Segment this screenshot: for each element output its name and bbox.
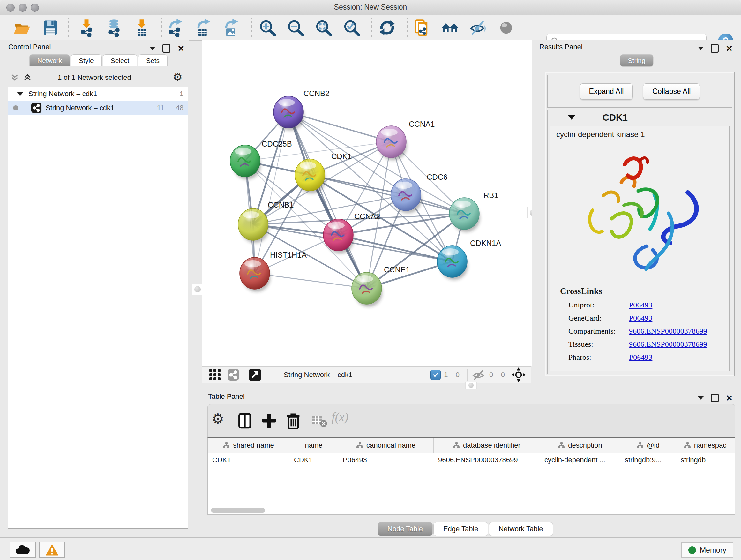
network-canvas[interactable]: CCNB2CCNA1CDC25BCDK1CDC6RB1CCNB1CCNA2CDK… [202,40,532,366]
table-horizontal-scrollbar[interactable] [211,508,265,513]
warnings-button[interactable] [39,542,65,558]
import-table-button[interactable] [133,19,151,37]
home-networks-button[interactable] [441,19,459,37]
detach-view-icon[interactable] [249,368,261,381]
network-view-share-icon[interactable] [227,369,239,381]
zoom-selected-button[interactable] [343,19,360,37]
network-edge-CCNB2-CCNE1[interactable] [288,112,367,288]
tab-style[interactable]: Style [71,54,102,66]
bird-view-crosshair-icon[interactable] [511,368,526,382]
column-header-database-identifier[interactable]: database identifier [434,438,540,453]
tab-edge-table[interactable]: Edge Table [433,522,488,536]
hidden-elements-eye-icon[interactable] [472,369,486,381]
crosslink-link[interactable]: P06493 [629,314,652,322]
table-panel-maximize-icon[interactable] [711,394,719,402]
network-node-CDK1[interactable] [295,159,326,193]
network-edge-CCNB2-HIST1H1A[interactable] [255,112,288,273]
selected-indicator-checkbox[interactable] [430,370,441,380]
level-of-detail-button[interactable] [497,19,515,37]
network-collection-row[interactable]: String Network – cdk1 1 [8,87,188,101]
network-node-CCNB2[interactable] [273,96,304,131]
zoom-out-button[interactable] [286,19,305,37]
crosslink-link[interactable]: 9606.ENSP00000378699 [629,327,707,335]
tab-network-table[interactable]: Network Table [489,522,553,536]
network-node-CCNE1[interactable] [352,272,382,307]
results-panel-maximize-icon[interactable] [711,44,719,53]
table-row[interactable]: CDK1CDK1P064939606.ENSP00000378699cyclin… [208,453,735,467]
collapse-all-button[interactable]: Collapse All [643,83,700,100]
tab-node-table[interactable]: Node Table [378,522,433,536]
expand-all-button[interactable]: Expand All [580,83,633,100]
export-table-button[interactable] [194,19,212,37]
tab-string-results[interactable]: String [620,54,654,67]
import-network-button[interactable] [77,19,95,37]
show-columns-icon[interactable] [236,412,254,430]
network-node-CCNA1[interactable] [376,126,407,160]
delete-table-icon[interactable] [311,412,328,430]
table-cell[interactable]: stringdb:9... [620,453,676,467]
grid-view-icon[interactable] [209,368,221,381]
memory-button[interactable]: Memory [681,543,733,558]
network-node-RB1[interactable] [449,198,480,232]
tab-sets[interactable]: Sets [138,54,167,66]
table-cell[interactable]: stringdb [676,453,734,467]
table-cell[interactable]: 9606.ENSP00000378699 [434,453,540,467]
function-builder-icon[interactable]: f(x) [332,410,348,428]
network-node-CDKN1A[interactable] [437,246,468,280]
control-panel-float-icon[interactable] [150,47,155,50]
network-node-HIST1H1A[interactable] [240,257,270,292]
table-panel-float-icon[interactable] [698,396,704,400]
zoom-in-button[interactable] [259,19,276,37]
export-network-button[interactable] [166,19,184,37]
tab-network[interactable]: Network [29,54,70,66]
table-settings-gear-icon[interactable]: ⚙ [212,412,229,430]
control-panel-maximize-icon[interactable] [162,44,171,53]
crosslink-label: Pharos: [568,353,629,362]
table-cell[interactable]: P06493 [338,453,434,467]
section-expander-icon[interactable] [568,115,575,120]
delete-column-trash-icon[interactable] [284,412,302,430]
column-header-namespac[interactable]: namespac [676,438,734,453]
network-edge-CCNA2-CDKN1A[interactable] [338,235,452,261]
open-session-button[interactable] [13,19,30,37]
column-header-shared-name[interactable]: shared name [208,438,289,453]
crosslink-link[interactable]: P06493 [629,353,652,362]
gene-section-header[interactable]: CDK1 [548,110,732,125]
table-cell[interactable]: cyclin-dependent ... [540,453,620,467]
cloud-status-button[interactable] [10,542,36,558]
control-panel-close-icon[interactable]: ✕ [178,44,185,53]
collection-expander-icon[interactable] [17,92,23,96]
refresh-button[interactable] [378,19,396,37]
export-image-button[interactable] [222,19,240,37]
add-column-icon[interactable] [260,412,278,430]
column-header-name[interactable]: name [289,438,338,453]
column-header-canonical-name[interactable]: canonical name [338,438,434,453]
vertical-splitter-handle[interactable] [192,284,203,295]
tab-select[interactable]: Select [103,54,137,66]
import-network-from-database-button[interactable] [105,19,123,37]
horizontal-splitter-handle[interactable] [465,381,477,389]
window-title: Session: New Session [0,3,741,11]
window-titlebar: Session: New Session [0,0,741,15]
network-node-CCNA2[interactable] [323,219,354,253]
results-panel-float-icon[interactable] [698,47,704,50]
network-node-CDC25B[interactable] [230,145,261,179]
string-document-button[interactable] [413,19,431,37]
table-panel-close-icon[interactable]: ✕ [726,394,733,402]
network-node-CDC6[interactable] [391,179,421,213]
control-panel: Control Panel ✕ Network Style Select Set… [0,40,189,537]
results-panel-close-icon[interactable]: ✕ [726,44,733,53]
hide-graphics-details-button[interactable] [469,19,487,37]
zoom-fit-button[interactable] [315,19,333,37]
network-edge-CCNE1-HIST1H1A[interactable] [255,273,367,288]
network-node-CCNB1[interactable] [238,208,269,243]
column-header--id[interactable]: @id [620,438,676,453]
network-row[interactable]: String Network – cdk1 11 48 [8,101,188,115]
table-cell[interactable]: CDK1 [289,453,338,467]
network-options-gear-icon[interactable]: ⚙ [173,71,183,82]
table-cell[interactable]: CDK1 [208,453,289,467]
column-header-description[interactable]: description [540,438,620,453]
save-session-button[interactable] [42,19,59,37]
crosslink-link[interactable]: P06493 [629,301,652,309]
crosslink-link[interactable]: 9606.ENSP00000378699 [629,340,707,349]
